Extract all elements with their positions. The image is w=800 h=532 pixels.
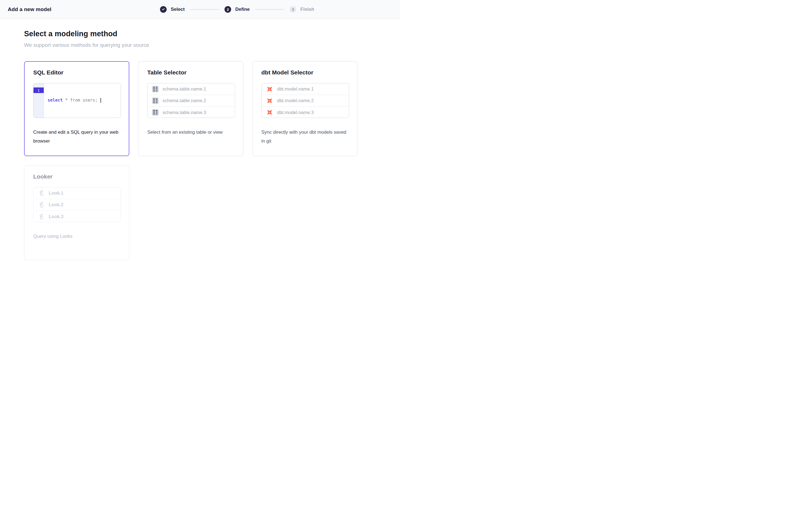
sql-editor-gutter: 1 [34,83,44,118]
dbt-list-item: dbt.model.name.3 [262,107,349,118]
dbt-item-label: dbt.model.name.1 [277,87,313,92]
table-list-item: schema.table.name.1 [148,83,235,95]
step-finish-circle: 3 [289,6,296,13]
card-looker-title: Looker [33,173,120,180]
step-finish-label: Finish [300,7,314,12]
step-define-circle: 2 [225,6,231,13]
page-title: Select a modeling method [24,30,400,38]
looker-list-preview: Look.1 Look.2 [33,187,121,222]
sql-line-number: 1 [34,88,44,93]
table-list-preview: schema.table.name.1 schema.table.name.2 … [147,83,235,118]
card-sql-editor-description: Create and edit a SQL query in your web … [33,128,120,146]
page-subtitle: We support various methods for querying … [24,42,400,48]
looker-list-item: Look.3 [34,211,121,222]
card-looker-description: Query using Looks [33,232,120,241]
wizard-title: Add a new model [8,6,52,13]
looker-logo-icon [38,190,45,196]
looker-logo-icon [38,213,45,220]
table-icon [152,86,159,92]
sql-keyword: select [47,98,62,103]
dbt-list-item: dbt.model.name.1 [262,83,349,95]
table-icon [152,109,159,116]
sql-editor-preview[interactable]: 1 select * from users; [33,83,121,118]
sql-code-line: select * from users; [47,97,121,103]
card-table-selector[interactable]: Table Selector schema.table.name.1 schem… [138,61,243,156]
step-select[interactable]: Select [160,6,185,13]
wizard-body: Select a modeling method We support vari… [0,19,400,260]
sql-code-rest: * from users; [62,98,100,103]
table-icon [152,97,159,104]
step-select-circle [160,6,167,13]
dbt-logo-icon [266,86,273,93]
step-finish[interactable]: 3 Finish [289,6,314,13]
text-cursor [100,98,101,103]
step-define-label: Define [235,7,250,12]
table-item-label: schema.table.name.1 [163,87,206,92]
sql-code-area[interactable]: select * from users; [44,83,121,118]
table-list-item: schema.table.name.2 [148,95,235,107]
dbt-list-item: dbt.model.name.2 [262,95,349,107]
card-sql-editor-title: SQL Editor [33,69,120,76]
looker-item-label: Look.1 [49,190,63,196]
card-dbt-selector-title: dbt Model Selector [261,69,348,76]
dbt-logo-icon [266,109,273,116]
card-looker[interactable]: Looker Look.1 [24,165,129,260]
table-item-label: schema.table.name.2 [163,98,206,103]
card-dbt-selector-description: Sync directly with your dbt models saved… [261,128,348,146]
looker-logo-icon [38,202,45,208]
looker-item-label: Look.3 [49,214,63,219]
step-connector [190,9,219,10]
step-define[interactable]: 2 Define [225,6,250,13]
looker-list-item: Look.1 [34,187,121,199]
card-table-selector-description: Select from an existing table or view [147,128,234,137]
card-sql-editor[interactable]: SQL Editor 1 select * from users; Create… [24,61,129,156]
step-select-label: Select [171,7,185,12]
table-list-item: schema.table.name.3 [148,107,235,118]
dbt-logo-icon [266,97,273,104]
step-connector [255,9,284,10]
looker-list-item: Look.2 [34,199,121,211]
dbt-list-preview: dbt.model.name.1 dbt.model.name.2 [261,83,349,118]
stepper: Select 2 Define 3 Finish [160,6,314,13]
dbt-item-label: dbt.model.name.3 [277,110,313,115]
looker-item-label: Look.2 [49,202,63,207]
method-cards: SQL Editor 1 select * from users; Create… [24,61,400,260]
wizard-header: Add a new model Select 2 Define [0,0,400,19]
table-item-label: schema.table.name.3 [163,110,206,115]
check-icon [161,7,165,12]
dbt-item-label: dbt.model.name.2 [277,98,313,103]
add-model-wizard: Add a new model Select 2 Define [0,0,400,260]
card-dbt-selector[interactable]: dbt Model Selector dbt.model.name.1 [252,61,357,156]
card-table-selector-title: Table Selector [147,69,234,76]
